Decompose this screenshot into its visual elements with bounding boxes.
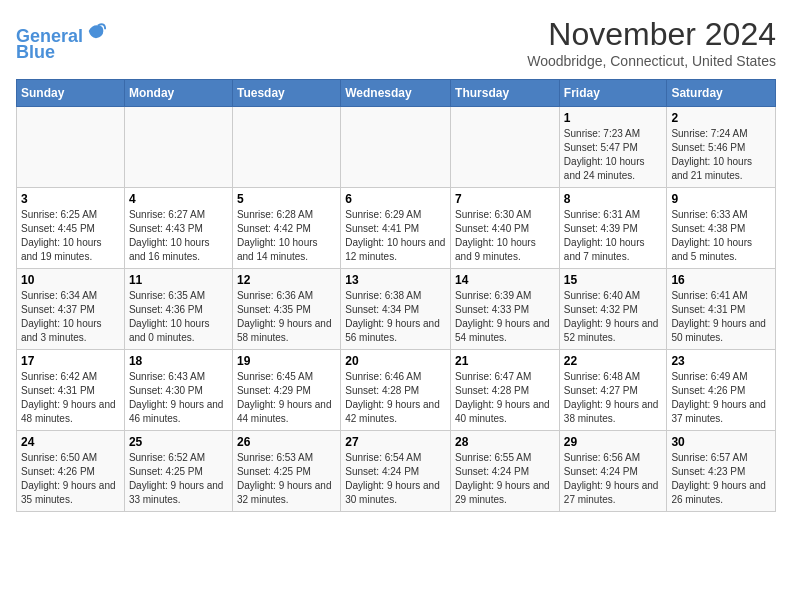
day-number: 28 bbox=[455, 435, 555, 449]
calendar-cell: 15Sunrise: 6:40 AMSunset: 4:32 PMDayligh… bbox=[559, 269, 667, 350]
day-info: Sunrise: 6:50 AMSunset: 4:26 PMDaylight:… bbox=[21, 451, 120, 507]
calendar-cell: 13Sunrise: 6:38 AMSunset: 4:34 PMDayligh… bbox=[341, 269, 451, 350]
calendar-cell: 27Sunrise: 6:54 AMSunset: 4:24 PMDayligh… bbox=[341, 431, 451, 512]
day-info: Sunrise: 7:23 AMSunset: 5:47 PMDaylight:… bbox=[564, 127, 663, 183]
title-block: November 2024 Woodbridge, Connecticut, U… bbox=[527, 16, 776, 69]
day-info: Sunrise: 6:57 AMSunset: 4:23 PMDaylight:… bbox=[671, 451, 771, 507]
calendar-cell: 26Sunrise: 6:53 AMSunset: 4:25 PMDayligh… bbox=[232, 431, 340, 512]
day-info: Sunrise: 6:45 AMSunset: 4:29 PMDaylight:… bbox=[237, 370, 336, 426]
day-info: Sunrise: 6:53 AMSunset: 4:25 PMDaylight:… bbox=[237, 451, 336, 507]
day-info: Sunrise: 6:43 AMSunset: 4:30 PMDaylight:… bbox=[129, 370, 228, 426]
calendar-cell: 23Sunrise: 6:49 AMSunset: 4:26 PMDayligh… bbox=[667, 350, 776, 431]
day-number: 23 bbox=[671, 354, 771, 368]
day-number: 16 bbox=[671, 273, 771, 287]
day-number: 3 bbox=[21, 192, 120, 206]
day-number: 29 bbox=[564, 435, 663, 449]
weekday-header: Monday bbox=[124, 80, 232, 107]
day-info: Sunrise: 6:34 AMSunset: 4:37 PMDaylight:… bbox=[21, 289, 120, 345]
header-row: SundayMondayTuesdayWednesdayThursdayFrid… bbox=[17, 80, 776, 107]
calendar-cell: 28Sunrise: 6:55 AMSunset: 4:24 PMDayligh… bbox=[451, 431, 560, 512]
calendar-week-row: 10Sunrise: 6:34 AMSunset: 4:37 PMDayligh… bbox=[17, 269, 776, 350]
calendar-cell: 17Sunrise: 6:42 AMSunset: 4:31 PMDayligh… bbox=[17, 350, 125, 431]
day-info: Sunrise: 6:42 AMSunset: 4:31 PMDaylight:… bbox=[21, 370, 120, 426]
day-info: Sunrise: 6:31 AMSunset: 4:39 PMDaylight:… bbox=[564, 208, 663, 264]
calendar-cell: 11Sunrise: 6:35 AMSunset: 4:36 PMDayligh… bbox=[124, 269, 232, 350]
day-number: 14 bbox=[455, 273, 555, 287]
calendar-cell: 7Sunrise: 6:30 AMSunset: 4:40 PMDaylight… bbox=[451, 188, 560, 269]
calendar-cell: 14Sunrise: 6:39 AMSunset: 4:33 PMDayligh… bbox=[451, 269, 560, 350]
day-number: 20 bbox=[345, 354, 446, 368]
logo: General Blue bbox=[16, 20, 107, 63]
day-number: 11 bbox=[129, 273, 228, 287]
day-info: Sunrise: 6:56 AMSunset: 4:24 PMDaylight:… bbox=[564, 451, 663, 507]
day-info: Sunrise: 6:47 AMSunset: 4:28 PMDaylight:… bbox=[455, 370, 555, 426]
header: General Blue November 2024 Woodbridge, C… bbox=[16, 16, 776, 69]
day-info: Sunrise: 6:41 AMSunset: 4:31 PMDaylight:… bbox=[671, 289, 771, 345]
calendar-cell: 19Sunrise: 6:45 AMSunset: 4:29 PMDayligh… bbox=[232, 350, 340, 431]
day-number: 1 bbox=[564, 111, 663, 125]
calendar-week-row: 3Sunrise: 6:25 AMSunset: 4:45 PMDaylight… bbox=[17, 188, 776, 269]
day-info: Sunrise: 6:52 AMSunset: 4:25 PMDaylight:… bbox=[129, 451, 228, 507]
calendar-cell: 18Sunrise: 6:43 AMSunset: 4:30 PMDayligh… bbox=[124, 350, 232, 431]
calendar-cell: 12Sunrise: 6:36 AMSunset: 4:35 PMDayligh… bbox=[232, 269, 340, 350]
calendar-table: SundayMondayTuesdayWednesdayThursdayFrid… bbox=[16, 79, 776, 512]
calendar-cell bbox=[124, 107, 232, 188]
calendar-cell: 9Sunrise: 6:33 AMSunset: 4:38 PMDaylight… bbox=[667, 188, 776, 269]
day-info: Sunrise: 6:25 AMSunset: 4:45 PMDaylight:… bbox=[21, 208, 120, 264]
day-info: Sunrise: 6:27 AMSunset: 4:43 PMDaylight:… bbox=[129, 208, 228, 264]
calendar-cell: 24Sunrise: 6:50 AMSunset: 4:26 PMDayligh… bbox=[17, 431, 125, 512]
day-info: Sunrise: 6:33 AMSunset: 4:38 PMDaylight:… bbox=[671, 208, 771, 264]
calendar-week-row: 24Sunrise: 6:50 AMSunset: 4:26 PMDayligh… bbox=[17, 431, 776, 512]
day-number: 27 bbox=[345, 435, 446, 449]
day-info: Sunrise: 6:38 AMSunset: 4:34 PMDaylight:… bbox=[345, 289, 446, 345]
calendar-cell: 2Sunrise: 7:24 AMSunset: 5:46 PMDaylight… bbox=[667, 107, 776, 188]
weekday-header: Friday bbox=[559, 80, 667, 107]
day-number: 15 bbox=[564, 273, 663, 287]
calendar-cell: 22Sunrise: 6:48 AMSunset: 4:27 PMDayligh… bbox=[559, 350, 667, 431]
day-number: 12 bbox=[237, 273, 336, 287]
calendar-cell: 29Sunrise: 6:56 AMSunset: 4:24 PMDayligh… bbox=[559, 431, 667, 512]
calendar-cell bbox=[451, 107, 560, 188]
calendar-week-row: 1Sunrise: 7:23 AMSunset: 5:47 PMDaylight… bbox=[17, 107, 776, 188]
calendar-cell: 20Sunrise: 6:46 AMSunset: 4:28 PMDayligh… bbox=[341, 350, 451, 431]
day-info: Sunrise: 6:49 AMSunset: 4:26 PMDaylight:… bbox=[671, 370, 771, 426]
day-number: 5 bbox=[237, 192, 336, 206]
day-number: 22 bbox=[564, 354, 663, 368]
day-info: Sunrise: 6:54 AMSunset: 4:24 PMDaylight:… bbox=[345, 451, 446, 507]
calendar-cell: 30Sunrise: 6:57 AMSunset: 4:23 PMDayligh… bbox=[667, 431, 776, 512]
day-number: 30 bbox=[671, 435, 771, 449]
subtitle: Woodbridge, Connecticut, United States bbox=[527, 53, 776, 69]
calendar-cell: 3Sunrise: 6:25 AMSunset: 4:45 PMDaylight… bbox=[17, 188, 125, 269]
calendar-cell: 1Sunrise: 7:23 AMSunset: 5:47 PMDaylight… bbox=[559, 107, 667, 188]
day-info: Sunrise: 6:46 AMSunset: 4:28 PMDaylight:… bbox=[345, 370, 446, 426]
calendar-week-row: 17Sunrise: 6:42 AMSunset: 4:31 PMDayligh… bbox=[17, 350, 776, 431]
day-number: 13 bbox=[345, 273, 446, 287]
calendar-cell: 10Sunrise: 6:34 AMSunset: 4:37 PMDayligh… bbox=[17, 269, 125, 350]
weekday-header: Saturday bbox=[667, 80, 776, 107]
calendar-cell: 21Sunrise: 6:47 AMSunset: 4:28 PMDayligh… bbox=[451, 350, 560, 431]
day-number: 4 bbox=[129, 192, 228, 206]
day-number: 25 bbox=[129, 435, 228, 449]
day-number: 2 bbox=[671, 111, 771, 125]
calendar-cell: 4Sunrise: 6:27 AMSunset: 4:43 PMDaylight… bbox=[124, 188, 232, 269]
calendar-cell bbox=[232, 107, 340, 188]
calendar-cell bbox=[341, 107, 451, 188]
day-info: Sunrise: 6:29 AMSunset: 4:41 PMDaylight:… bbox=[345, 208, 446, 264]
day-number: 26 bbox=[237, 435, 336, 449]
day-number: 6 bbox=[345, 192, 446, 206]
calendar-cell: 16Sunrise: 6:41 AMSunset: 4:31 PMDayligh… bbox=[667, 269, 776, 350]
day-number: 8 bbox=[564, 192, 663, 206]
day-info: Sunrise: 7:24 AMSunset: 5:46 PMDaylight:… bbox=[671, 127, 771, 183]
weekday-header: Sunday bbox=[17, 80, 125, 107]
main-title: November 2024 bbox=[527, 16, 776, 53]
day-number: 17 bbox=[21, 354, 120, 368]
calendar-cell: 5Sunrise: 6:28 AMSunset: 4:42 PMDaylight… bbox=[232, 188, 340, 269]
day-number: 19 bbox=[237, 354, 336, 368]
day-number: 18 bbox=[129, 354, 228, 368]
day-number: 9 bbox=[671, 192, 771, 206]
day-number: 24 bbox=[21, 435, 120, 449]
day-info: Sunrise: 6:55 AMSunset: 4:24 PMDaylight:… bbox=[455, 451, 555, 507]
day-number: 7 bbox=[455, 192, 555, 206]
day-info: Sunrise: 6:30 AMSunset: 4:40 PMDaylight:… bbox=[455, 208, 555, 264]
day-info: Sunrise: 6:28 AMSunset: 4:42 PMDaylight:… bbox=[237, 208, 336, 264]
